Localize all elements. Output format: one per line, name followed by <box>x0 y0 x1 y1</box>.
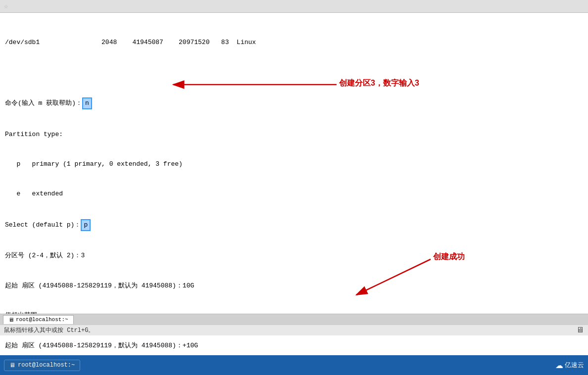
input-p: p <box>81 219 91 231</box>
tab-item-terminal[interactable]: 🖥 root@localhost:~ <box>3 315 74 324</box>
line-cmd1: 命令(输入 m 获取帮助)：n <box>5 97 583 109</box>
terminal-content: /dev/sdb1 2048 41945087 20971520 83 Linu… <box>0 16 588 355</box>
taskbar-right: ☁ 亿速云 <box>555 361 584 370</box>
terminal-area[interactable]: /dev/sdb1 2048 41945087 20971520 83 Linu… <box>0 13 588 355</box>
line-start1: 起始 扇区 (41945088-125829119，默认为 41945088)：… <box>5 281 583 291</box>
yiyun-logo: ☁ 亿速云 <box>555 361 584 370</box>
yiyun-text: 亿速云 <box>565 361 584 370</box>
line-blank-1 <box>5 68 583 78</box>
input-n: n <box>82 97 92 109</box>
line-start2: 起始 扇区 (41945088-125829119，默认为 41945088)：… <box>5 341 583 351</box>
tab-monitor-icon: 🖥 <box>8 317 14 323</box>
line-select: Select (default p)：p <box>5 219 583 231</box>
taskbar-left: 🖥 root@localhost:~ <box>4 360 80 371</box>
yiyun-icon: ☁ <box>555 361 563 370</box>
taskbar-monitor-icon: 🖥 <box>9 362 15 369</box>
tab-label: root@localhost:~ <box>16 317 68 323</box>
taskbar-item-label: root@localhost:~ <box>18 362 75 369</box>
main-window: ☆ /dev/sdb1 2048 41945087 20971520 83 Li… <box>0 0 588 355</box>
taskbar: 🖥 root@localhost:~ ☁ 亿速云 <box>0 355 588 375</box>
status-icon-right: 🖥 <box>576 326 584 335</box>
status-bar: 鼠标指针移入其中或按 Ctrl+G。 🖥 <box>0 325 588 335</box>
line-partnum: 分区号 (2-4，默认 2)：3 <box>5 251 583 261</box>
status-text: 鼠标指针移入其中或按 Ctrl+G。 <box>4 326 94 334</box>
terminal-tab-bar: 🖥 root@localhost:~ <box>0 314 588 325</box>
taskbar-terminal-item[interactable]: 🖥 root@localhost:~ <box>4 360 80 371</box>
line-primary: p primary (1 primary, 0 extended, 3 free… <box>5 159 583 169</box>
line-1: /dev/sdb1 2048 41945087 20971520 83 Linu… <box>5 38 583 47</box>
line-extended: e extended <box>5 189 583 199</box>
star-icon: ☆ <box>4 2 8 10</box>
line-partition-type: Partition type: <box>5 130 583 140</box>
window-top-bar: ☆ <box>0 0 588 13</box>
